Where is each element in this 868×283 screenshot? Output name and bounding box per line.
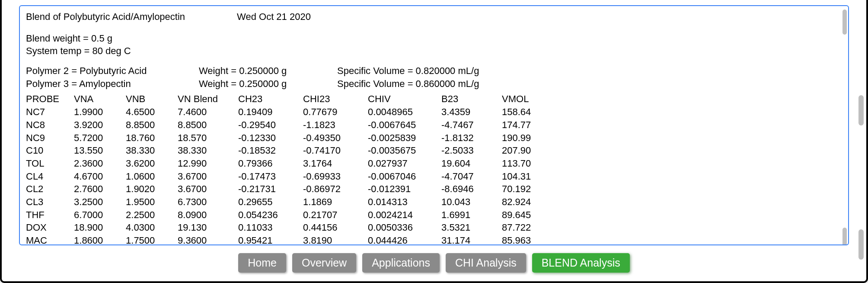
nav-blend-button[interactable]: BLEND Analysis [532,253,630,273]
table-cell: 9.3600 [178,234,238,245]
polymer3-weight: Weight = 0.250000 g [199,77,337,90]
table-cell: -0.86972 [303,183,368,196]
table-cell: 19.130 [178,221,238,234]
table-cell: 1.6991 [441,209,502,222]
table-header-cell: VMOL [502,93,554,106]
table-cell: CL2 [26,183,74,196]
table-cell: 3.5321 [441,221,502,234]
app-window: Blend of Polybutyric Acid/Amylopectin We… [0,0,868,283]
table-cell: 3.1764 [303,157,368,170]
table-cell: -0.012391 [368,183,441,196]
table-cell: 158.64 [502,106,554,119]
table-cell: 174.77 [502,119,554,132]
table-cell: 207.90 [502,144,554,157]
table-cell: 18.570 [178,132,238,145]
table-cell: 38.330 [178,144,238,157]
table-row: C1013.55038.33038.330-0.18532-0.74170-0.… [26,144,554,157]
table-row: THF6.70002.25008.09000.0542360.217070.00… [26,209,554,222]
table-cell: 104.31 [502,170,554,183]
table-cell: -0.17473 [238,170,303,183]
table-cell: -0.18532 [238,144,303,157]
table-cell: CL3 [26,196,74,209]
table-cell: MAC [26,234,74,245]
table-cell: 8.8500 [126,119,178,132]
table-cell: 0.0050336 [368,221,441,234]
table-cell: 0.027937 [368,157,441,170]
table-cell: 0.77679 [303,106,368,119]
table-cell: CL4 [26,170,74,183]
table-cell: 3.2500 [74,196,126,209]
table-cell: 0.44156 [303,221,368,234]
table-cell: 0.054236 [238,209,303,222]
nav-applications-button[interactable]: Applications [362,253,440,273]
table-row: CL44.67001.06003.6700-0.17473-0.69933-0.… [26,170,554,183]
table-cell: 4.0300 [126,221,178,234]
table-cell: 6.7300 [178,196,238,209]
table-header-cell: CHI23 [303,93,368,106]
table-cell: NC9 [26,132,74,145]
window-scrollbar-thumb-lower[interactable] [858,229,864,260]
table-cell: 7.4600 [178,106,238,119]
table-cell: -1.1823 [303,119,368,132]
table-row: MAC1.86001.75009.36000.954213.81900.0444… [26,234,554,245]
table-cell: -0.12330 [238,132,303,145]
table-cell: 70.192 [502,183,554,196]
table-row: CL22.76001.90203.6700-0.21731-0.86972-0.… [26,183,554,196]
table-cell: -0.0025839 [368,132,441,145]
table-row: NC71.99004.65007.46000.194090.776790.004… [26,106,554,119]
table-header-cell: VN Blend [178,93,238,106]
table-cell: 1.9500 [126,196,178,209]
table-cell: -8.6946 [441,183,502,196]
nav-overview-button[interactable]: Overview [292,253,356,273]
nav-bar: Home Overview Applications CHI Analysis … [19,253,849,273]
table-cell: -4.7467 [441,119,502,132]
table-cell: 3.6700 [178,170,238,183]
table-cell: 18.760 [126,132,178,145]
results-textarea[interactable]: Blend of Polybutyric Acid/Amylopectin We… [19,5,849,245]
table-row: DOX18.9004.030019.1300.110330.441560.005… [26,221,554,234]
table-header-cell: VNB [126,93,178,106]
table-cell: 85.963 [502,234,554,245]
polymer3-sv: Specific Volume = 0.860000 mL/g [337,77,532,90]
table-header-row: PROBEVNAVNBVN BlendCH23CHI23CHIVB23VMOL [26,93,554,106]
table-header-cell: CHIV [368,93,441,106]
table-cell: 2.3600 [74,157,126,170]
table-cell: 190.99 [502,132,554,145]
blend-title: Blend of Polybutyric Acid/Amylopectin [26,10,185,23]
window-scrollbar-thumb-upper[interactable] [858,95,864,125]
nav-chi-button[interactable]: CHI Analysis [446,253,526,273]
table-cell: 0.044426 [368,234,441,245]
table-cell: 8.0900 [178,209,238,222]
table-cell: 3.6200 [126,157,178,170]
table-cell: 0.79366 [238,157,303,170]
table-cell: 1.7500 [126,234,178,245]
table-row: NC83.92008.85008.8500-0.29540-1.1823-0.0… [26,119,554,132]
table-cell: -1.8132 [441,132,502,145]
table-cell: 0.014313 [368,196,441,209]
table-row: NC95.720018.76018.570-0.12330-0.49350-0.… [26,132,554,145]
nav-home-button[interactable]: Home [238,253,286,273]
table-cell: 1.8600 [74,234,126,245]
table-cell: C10 [26,144,74,157]
table-cell: 3.6700 [178,183,238,196]
table-header-cell: VNA [74,93,126,106]
polymer2-weight: Weight = 0.250000 g [199,64,337,77]
table-cell: 0.0024214 [368,209,441,222]
table-cell: 3.4359 [441,106,502,119]
table-cell: 2.2500 [126,209,178,222]
table-cell: 0.95421 [238,234,303,245]
table-cell: 18.900 [74,221,126,234]
table-cell: 0.19409 [238,106,303,119]
table-cell: 6.7000 [74,209,126,222]
textarea-scrollbar-thumb-top[interactable] [842,10,847,35]
table-cell: -2.5033 [441,144,502,157]
polymer2-sv: Specific Volume = 0.820000 mL/g [337,64,532,77]
table-cell: -0.69933 [303,170,368,183]
table-header-cell: B23 [441,93,502,106]
textarea-scrollbar-thumb-bottom[interactable] [842,228,847,245]
table-cell: 82.924 [502,196,554,209]
table-cell: 38.330 [126,144,178,157]
table-cell: -0.0067645 [368,119,441,132]
table-cell: -0.0067046 [368,170,441,183]
table-cell: 13.550 [74,144,126,157]
